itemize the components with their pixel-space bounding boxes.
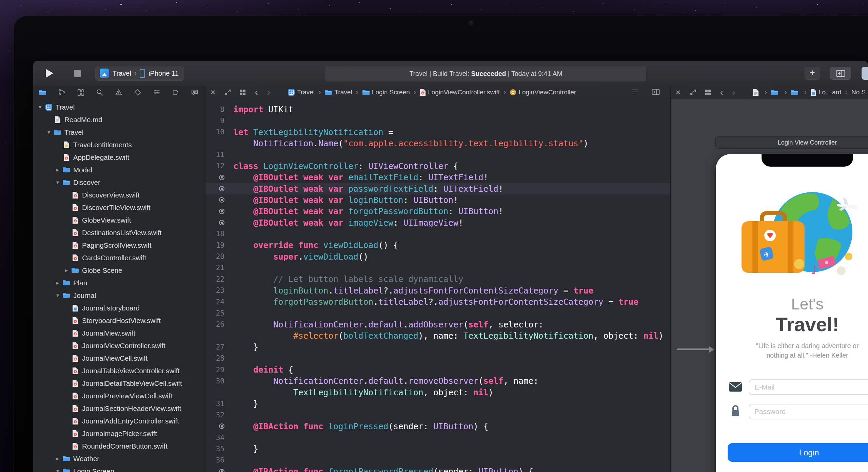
code-line[interactable]: 27 } (205, 341, 670, 353)
code-line[interactable]: @IBOutlet weak var imageView: UIImageVie… (205, 217, 670, 228)
connection-well-icon[interactable] (219, 423, 224, 429)
tree-item[interactable]: Journal.storyboard (33, 302, 205, 314)
connection-well-icon[interactable] (219, 220, 224, 225)
quote-label[interactable]: "Life is either a daring adventure ornot… (716, 341, 868, 360)
activity-status[interactable]: Travel | Build Travel: Succeeded | Today… (326, 66, 646, 81)
code-line[interactable]: 25 (205, 307, 670, 319)
code-line[interactable]: 29 deinit { (205, 364, 670, 375)
tree-item[interactable]: GlobeView.swift (33, 214, 205, 226)
navigator-tab-issues[interactable] (115, 89, 122, 96)
code-line[interactable]: 35 } (205, 443, 670, 454)
code-line[interactable]: 31 } (205, 398, 670, 409)
code-line[interactable]: 30 NotificationCenter.default.removeObse… (205, 375, 670, 386)
disclosure-open-icon[interactable]: ▾ (54, 468, 62, 472)
tree-item[interactable]: JournalSectionHeaderView.swift (33, 402, 205, 415)
code-line[interactable]: 12class LoginViewController: UIViewContr… (205, 161, 670, 172)
code-line[interactable]: @IBOutlet weak var passwordTextField: UI… (205, 183, 670, 194)
tree-item[interactable]: ▸Model (33, 164, 205, 176)
headline-lets[interactable]: Let's (716, 295, 868, 313)
navigator-tab-symbols[interactable] (77, 89, 84, 96)
disclosure-open-icon[interactable]: ▾ (54, 179, 62, 186)
connection-well-icon[interactable] (219, 469, 224, 472)
tree-item[interactable]: JournalmagePicker.swift (33, 427, 205, 440)
breadcrumb-item[interactable]: LoginViewController (518, 89, 576, 96)
tree-item[interactable]: PagingScrollView.swift (33, 239, 205, 251)
focus-editor-icon[interactable] (689, 89, 697, 96)
tree-item[interactable]: RoundedCornerButton.swift (33, 440, 205, 452)
breadcrumb-item[interactable]: Lo…ard (818, 89, 842, 96)
code-line[interactable]: 22 // Let button labels scale dynamicall… (205, 273, 670, 285)
code-line[interactable]: 36 (205, 455, 670, 466)
breadcrumb-item[interactable]: LoginViewController.swift (428, 89, 500, 96)
tree-item[interactable]: ▾Travel (33, 101, 205, 113)
back-button[interactable]: ‹ (254, 89, 259, 96)
code-line[interactable]: 10let TextLegibilityNotification = (205, 127, 670, 138)
tree-item[interactable]: JournalDetailTableViewCell.swift (33, 377, 205, 390)
disclosure-closed-icon[interactable]: ▸ (54, 167, 62, 173)
tree-item[interactable]: Travel.entitlements (33, 138, 205, 151)
code-line[interactable]: @IBOutlet weak var forgotPasswordButton:… (205, 206, 670, 217)
view-controller-titlebar[interactable]: Login View Controller (716, 137, 868, 148)
tree-item[interactable]: ▸Plan (33, 277, 205, 289)
add-editor-icon[interactable] (652, 89, 660, 97)
stop-button[interactable] (70, 66, 85, 81)
code-line[interactable]: 21 (205, 262, 670, 273)
close-editor-icon[interactable]: ✕ (209, 89, 217, 96)
code-line[interactable]: 11 (205, 149, 670, 160)
headline-travel[interactable]: Travel! (716, 313, 868, 336)
navigator-tab-debug[interactable] (153, 89, 160, 96)
breadcrumb-item[interactable]: Travel (334, 89, 352, 96)
navigator-tab-find[interactable] (96, 89, 103, 96)
related-items-icon[interactable] (704, 89, 712, 95)
email-field[interactable] (749, 379, 868, 395)
focus-editor-icon[interactable] (224, 89, 232, 96)
tree-item[interactable]: DiscoverView.swift (33, 189, 205, 201)
code-line[interactable]: 34 (205, 432, 670, 443)
code-line[interactable]: 24 forgotPasswordButton.titleLabel?.adju… (205, 296, 670, 307)
code-line[interactable]: 28 (205, 353, 670, 364)
code-line[interactable]: @IBOutlet weak var emailTextField: UITex… (205, 172, 670, 183)
tree-item[interactable]: JournalViewCell.swift (33, 352, 205, 364)
disclosure-closed-icon[interactable]: ▸ (62, 267, 71, 273)
close-editor-icon[interactable]: ✕ (674, 89, 682, 96)
disclosure-open-icon[interactable]: ▾ (36, 104, 44, 110)
connection-well-icon[interactable] (219, 209, 224, 214)
tree-item[interactable]: ▾Travel (33, 126, 205, 138)
code-line[interactable]: 26 NotificationCenter.default.addObserve… (205, 319, 670, 330)
connection-well-icon[interactable] (219, 186, 224, 191)
tree-item[interactable]: ▸Weather (33, 452, 205, 465)
disclosure-closed-icon[interactable]: ▸ (54, 280, 62, 286)
password-field[interactable] (749, 404, 868, 419)
code-line[interactable]: 19 override func viewDidLoad() { (205, 240, 670, 251)
navigator-tab-source-control[interactable] (58, 89, 65, 96)
navigator-tab-reports[interactable] (191, 89, 198, 96)
code-line[interactable]: 8import UIKit (205, 104, 670, 115)
breadcrumb-item[interactable]: Login Screen (372, 89, 410, 96)
login-button[interactable]: Login (728, 443, 868, 462)
library-plus-button[interactable]: + (805, 67, 820, 80)
storyboard-canvas[interactable]: Login View Controller (671, 99, 868, 472)
tree-item[interactable]: JournalPreviewViewCell.swift (33, 390, 205, 402)
disclosure-open-icon[interactable]: ▾ (54, 292, 62, 299)
tree-item[interactable]: ReadMe.md (33, 113, 205, 126)
tree-item[interactable]: StoryboardHostView.swift (33, 314, 205, 327)
code-line[interactable]: @IBOutlet weak var loginButton: UIButton… (205, 194, 670, 206)
tree-item[interactable]: ▸Globe Scene (33, 264, 205, 277)
navigator-tab-project[interactable] (39, 89, 46, 96)
code-line[interactable]: TextLegibilityNotification, object: nil) (205, 387, 670, 398)
tree-item[interactable]: ▾Login Screen (33, 465, 205, 472)
tree-item[interactable]: JournalView.swift (33, 327, 205, 339)
tree-item[interactable]: ▾Discover (33, 176, 205, 189)
tree-item[interactable]: AppDelegate.swift (33, 151, 205, 164)
editor-layout-button[interactable] (830, 67, 851, 80)
navigator-tab-tests[interactable] (134, 89, 141, 96)
code-line[interactable]: #selector(boldTextChanged), name: TextLe… (205, 330, 670, 341)
connection-well-icon[interactable] (219, 197, 224, 203)
back-button[interactable]: ‹ (719, 89, 724, 96)
disclosure-closed-icon[interactable]: ▸ (54, 455, 62, 462)
tree-item[interactable]: ▾Journal (33, 289, 205, 302)
editor-options-icon[interactable] (631, 89, 639, 97)
forward-button[interactable]: › (731, 89, 736, 96)
code-line[interactable]: 20 super.viewDidLoad() (205, 251, 670, 262)
disclosure-open-icon[interactable]: ▾ (45, 129, 53, 135)
